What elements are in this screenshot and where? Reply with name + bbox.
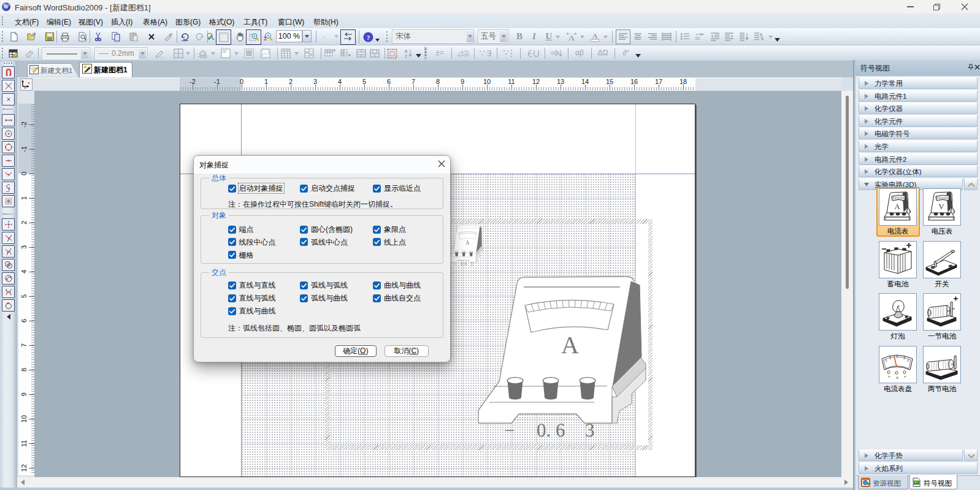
svg-text:V: V bbox=[938, 202, 944, 211]
svg-text:−: − bbox=[454, 261, 457, 267]
svg-text:0. 6: 0. 6 bbox=[537, 419, 565, 441]
svg-text:3: 3 bbox=[585, 419, 595, 441]
svg-text:?: ? bbox=[888, 375, 890, 379]
svg-text:−: − bbox=[504, 419, 515, 441]
svg-text:A: A bbox=[568, 33, 575, 42]
svg-text:3: 3 bbox=[470, 261, 473, 267]
svg-text:Z: Z bbox=[405, 53, 408, 58]
svg-text:A: A bbox=[466, 239, 470, 246]
svg-text:A: A bbox=[561, 331, 579, 359]
svg-text:?: ? bbox=[367, 34, 370, 41]
svg-text:?: ? bbox=[904, 375, 906, 379]
svg-text:A: A bbox=[896, 376, 898, 380]
svg-text:A: A bbox=[592, 32, 597, 40]
svg-text:A: A bbox=[894, 202, 900, 211]
svg-text:x: x bbox=[28, 81, 30, 85]
svg-text:0. 6: 0. 6 bbox=[461, 261, 467, 267]
